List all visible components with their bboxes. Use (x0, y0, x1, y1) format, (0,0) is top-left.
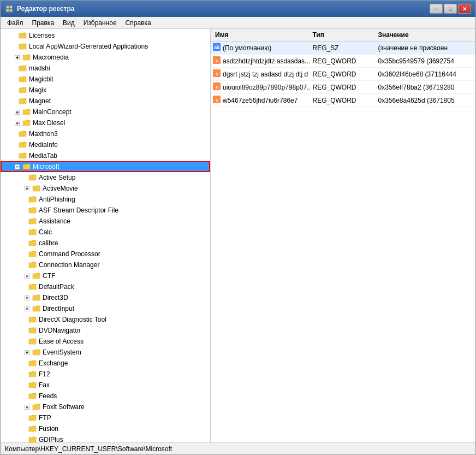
status-bar: Компьютер\HKEY_CURRENT_USER\Software\Mic… (1, 442, 475, 454)
tree-item-fusion[interactable]: Fusion (1, 423, 210, 434)
tree-item-directinput[interactable]: DirectInput (1, 303, 210, 314)
tree-item-madshi[interactable]: madshi (1, 63, 210, 74)
tree-item-directxdiag[interactable]: DirectX Diagnostic Tool (1, 314, 210, 325)
tree-label-localappwizard: Local AppWizard-Generated Applications (29, 43, 208, 50)
tree-item-macromedia[interactable]: Macromedia (1, 52, 210, 63)
tree-item-mainconcept[interactable]: MainConcept (1, 107, 210, 117)
tree-item-gdiplus[interactable]: GDIPlus (1, 434, 210, 442)
folder-icon-licenses (19, 31, 27, 40)
menu-item-избранное[interactable]: Избранное (79, 18, 121, 28)
tree-label-assistance: Assistance (39, 217, 208, 225)
expander-eventsystem[interactable] (22, 348, 31, 357)
tree-item-maxdiesel[interactable]: Max Diesel (1, 117, 210, 128)
title-bar: Редактор реестра − □ ✕ (1, 1, 475, 17)
reg-value-cell: 0x3602f46be68 (37116444 (376, 68, 476, 80)
expander-macromedia[interactable] (13, 53, 21, 62)
tree-item-magix[interactable]: Magix (1, 85, 210, 96)
reg-type-cell: REG_QWORD (311, 81, 376, 93)
tree-item-connectionmanager[interactable]: Connection Manager (1, 259, 210, 270)
tree-item-mediainfo[interactable]: MediaInfo (1, 139, 210, 150)
registry-row-0[interactable]: ab (По умолчанию) REG_SZ (значение не пр… (211, 42, 475, 55)
menu-item-справка[interactable]: Справка (121, 18, 156, 28)
tree-label-ctf: CTF (43, 272, 208, 280)
registry-tree[interactable]: Licenses Local AppWizard-Generated Appli… (1, 29, 210, 442)
tree-item-easeofaccess[interactable]: Ease of Access (1, 336, 210, 347)
tree-item-fax[interactable]: Fax (1, 380, 210, 391)
folder-icon-magix (19, 86, 27, 94)
folder-icon-microsoft (22, 162, 31, 171)
tree-item-localappwizard[interactable]: Local AppWizard-Generated Applications (1, 41, 210, 52)
registry-row-1[interactable]: Q asdtzhdtzjhtdzjdtz asdasdas... REG_QWO… (211, 55, 475, 68)
registry-row-3[interactable]: Q uiouiol89oz89p7890p798p07... REG_QWORD… (211, 81, 475, 94)
tree-item-feeds[interactable]: Feeds (1, 391, 210, 401)
close-button[interactable]: ✕ (458, 4, 471, 14)
tree-label-foxitsoftware: Foxit Software (43, 403, 208, 411)
tree-item-calibre[interactable]: calibre (1, 238, 210, 249)
tree-label-mediainfo: MediaInfo (29, 141, 208, 149)
reg-value-cell: 0x356e8a4625d (3671805 (376, 94, 476, 106)
reg-type-cell: REG_SZ (311, 42, 376, 54)
expander-activemovie[interactable] (22, 184, 31, 193)
svg-text:Q: Q (216, 72, 218, 76)
menu-item-файл[interactable]: Файл (3, 18, 28, 28)
expander-foxitsoftware[interactable] (22, 403, 31, 411)
menu-item-правка[interactable]: Правка (28, 18, 59, 28)
expander-directinput[interactable] (22, 304, 31, 313)
tree-item-defaultpack[interactable]: DefaultPack (1, 281, 210, 292)
tree-item-eventsystem[interactable]: EventSystem (1, 347, 210, 358)
tree-label-magnet: Magnet (29, 97, 208, 105)
tree-label-defaultpack: DefaultPack (39, 283, 208, 291)
tree-item-calc[interactable]: Calc (1, 227, 210, 238)
tree-label-feeds: Feeds (39, 392, 208, 400)
expander-microsoft[interactable] (13, 162, 21, 171)
tree-item-antiphishing[interactable]: AntiPhishing (1, 194, 210, 205)
reg-name-cell: Q w5467ze56jhd7iu6r786e7 (211, 94, 311, 106)
reg-type-cell: REG_QWORD (311, 55, 376, 67)
folder-icon-macromedia (22, 53, 31, 62)
tree-item-dvdnavigator[interactable]: DVDNavigator (1, 325, 210, 336)
menu-item-вид[interactable]: Вид (58, 18, 79, 28)
folder-icon-mainconcept (22, 108, 31, 116)
minimize-button[interactable]: − (430, 4, 443, 14)
tree-item-asfstream[interactable]: ASF Stream Descriptor File (1, 205, 210, 216)
tree-label-exchange: Exchange (39, 359, 208, 367)
folder-icon-directxdiag (28, 315, 37, 324)
tree-item-activesetup[interactable]: Active Setup (1, 172, 210, 183)
tree-item-mediatab[interactable]: MediaTab (1, 150, 210, 161)
tree-item-exchange[interactable]: Exchange (1, 358, 210, 369)
maximize-button[interactable]: □ (444, 4, 457, 14)
expander-mainconcept[interactable] (13, 108, 21, 116)
tree-item-licenses[interactable]: Licenses (1, 30, 210, 41)
tree-item-ctf[interactable]: CTF (1, 270, 210, 281)
expander-maxdiesel[interactable] (13, 119, 21, 127)
registry-values-list[interactable]: ab (По умолчанию) REG_SZ (значение не пр… (211, 42, 475, 442)
folder-icon-easeofaccess (28, 337, 37, 346)
tree-item-maxthon3[interactable]: Maxthon3 (1, 128, 210, 139)
svg-rect-2 (10, 6, 12, 8)
tree-item-commandprocessor[interactable]: Command Processor (1, 249, 210, 259)
tree-label-activesetup: Active Setup (39, 174, 208, 181)
tree-label-magicbit: Magicbit (29, 75, 208, 83)
folder-icon-magicbit (19, 75, 27, 84)
tree-item-magnet[interactable]: Magnet (1, 96, 210, 107)
expander-ctf[interactable] (22, 271, 31, 280)
folder-icon-gdiplus (28, 435, 37, 442)
tree-item-ftp[interactable]: FTP (1, 412, 210, 423)
tree-item-direct3d[interactable]: Direct3D (1, 292, 210, 303)
tree-item-foxitsoftware[interactable]: Foxit Software (1, 401, 210, 412)
svg-rect-3 (7, 9, 9, 11)
registry-row-2[interactable]: Q dgsrt jstzj tzj asdasd dtzj dtj d REG_… (211, 68, 475, 81)
registry-row-4[interactable]: Q w5467ze56jhd7iu6r786e7 REG_QWORD 0x356… (211, 94, 475, 107)
tree-item-assistance[interactable]: Assistance (1, 216, 210, 227)
tree-item-f12[interactable]: F12 (1, 369, 210, 380)
reg-type-icon: Q (213, 56, 221, 66)
tree-item-microsoft[interactable]: Microsoft (1, 161, 210, 172)
value-column-header: Значение (376, 30, 474, 40)
folder-icon-calc (28, 228, 37, 237)
tree-item-magicbit[interactable]: Magicbit (1, 74, 210, 85)
tree-item-activemovie[interactable]: ActiveMovie (1, 183, 210, 194)
folder-icon-activemovie (32, 184, 41, 193)
expander-direct3d[interactable] (22, 293, 31, 302)
folder-icon-dvdnavigator (28, 326, 37, 335)
tree-label-macromedia: Macromedia (33, 54, 208, 61)
